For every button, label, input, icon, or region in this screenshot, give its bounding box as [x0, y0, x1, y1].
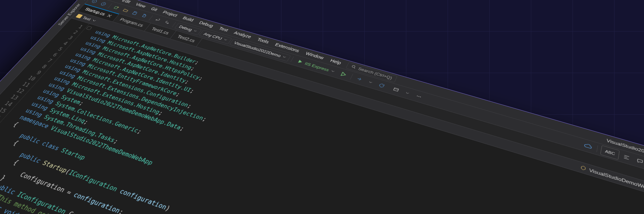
search-icon	[350, 64, 357, 70]
chevron-down-icon	[282, 55, 287, 59]
refresh-button[interactable]	[375, 80, 388, 91]
chevron-down-icon	[193, 29, 198, 33]
line-number: 1	[77, 24, 84, 30]
indent-button[interactable]	[620, 151, 633, 163]
chevron-down-icon	[223, 38, 228, 42]
svg-point-8	[417, 96, 418, 96]
scope-icon[interactable]	[76, 14, 83, 18]
chevron-down-icon	[330, 69, 336, 73]
toolbar-sep	[596, 145, 598, 152]
svg-point-0	[352, 65, 355, 68]
line-number: 6	[51, 52, 59, 58]
svg-point-2	[91, 0, 98, 3]
line-number: 5	[56, 46, 64, 53]
toolbar-sep	[290, 57, 294, 62]
line-number: 8	[40, 63, 48, 70]
line-number: 3	[67, 35, 75, 41]
svg-rect-4	[114, 6, 118, 9]
more-button[interactable]	[412, 91, 425, 102]
editor[interactable]: 1234567891011121314151617181920212223242…	[0, 18, 644, 214]
toolbar-sep	[350, 74, 353, 79]
browser-button[interactable]	[389, 84, 402, 95]
svg-point-9	[418, 96, 420, 97]
close-icon[interactable]	[106, 14, 113, 18]
chevron-down-icon[interactable]	[405, 91, 410, 95]
start-noDebug-button[interactable]	[337, 70, 350, 80]
svg-point-3	[100, 2, 107, 6]
cloud-icon[interactable]	[582, 140, 594, 152]
server-explorer-icon[interactable]	[81, 0, 88, 0]
config-label: Debug	[178, 25, 193, 32]
line-number: 9	[34, 69, 43, 76]
step-button[interactable]	[353, 74, 366, 84]
svg-point-10	[420, 97, 421, 97]
comment-button[interactable]	[634, 155, 644, 168]
class-icon	[580, 164, 587, 171]
line-number: 7	[45, 57, 54, 64]
play-icon	[297, 59, 304, 64]
chevron-down-icon[interactable]	[91, 19, 97, 23]
scope-label[interactable]: Text	[82, 16, 92, 21]
chevron-down-icon[interactable]	[368, 80, 373, 84]
line-number: 15	[0, 106, 8, 115]
svg-line-1	[354, 68, 355, 69]
line-number: 4	[61, 40, 69, 47]
vs-window: Server Explorer FileEditViewGitProjectBu…	[0, 0, 644, 214]
line-number: 2	[71, 29, 79, 35]
